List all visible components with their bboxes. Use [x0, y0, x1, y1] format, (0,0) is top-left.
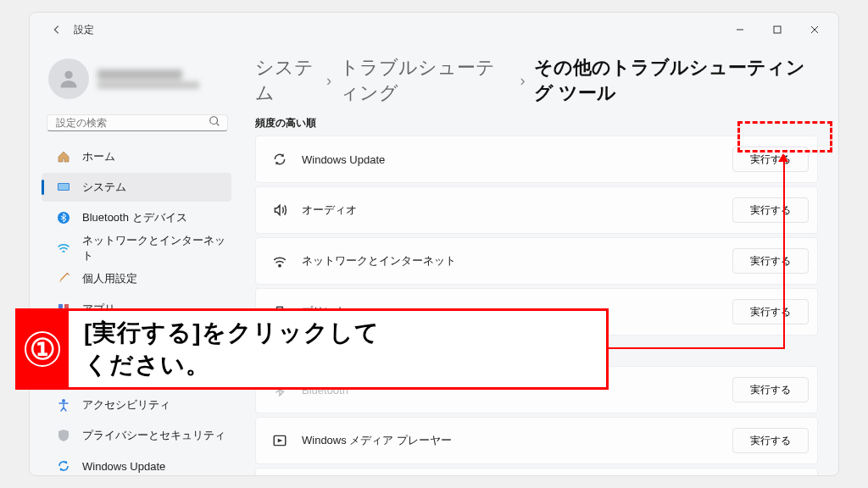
user-profile[interactable]	[38, 53, 240, 111]
sidebar-item-label: Windows Update	[82, 460, 165, 473]
annotation-text: [実行する]をクリックして ください。	[84, 317, 380, 381]
svg-point-10	[62, 399, 65, 402]
run-button[interactable]: 実行する	[732, 299, 809, 324]
minimize-button[interactable]	[721, 16, 759, 43]
troubleshooter-list: Windows Update 実行する オーディオ 実行する ネットワークとイン…	[255, 136, 818, 475]
media-icon	[270, 433, 290, 448]
run-button[interactable]: 実行する	[732, 147, 809, 172]
sidebar-item-label: システム	[82, 180, 126, 195]
sidebar-item-privacy[interactable]: プライバシーとセキュリティ	[42, 421, 231, 450]
wifi-icon	[57, 241, 70, 255]
search-icon	[209, 115, 220, 130]
troubleshooter-label: Windows メディア プレーヤー	[302, 433, 452, 448]
troubleshooter-camera: カメラ 実行する	[255, 468, 818, 475]
sidebar-item-label: ホーム	[82, 149, 115, 164]
sync-icon	[270, 152, 290, 167]
main-content: システム › トラブルシューティング › その他のトラブルシューティング ツール…	[240, 47, 838, 475]
speaker-icon	[270, 202, 290, 218]
sidebar-item-label: ネットワークとインターネット	[82, 233, 231, 263]
annotation-step: ① [実行する]をクリックして ください。	[15, 308, 609, 390]
bluetooth-icon	[57, 211, 70, 225]
avatar	[48, 58, 89, 99]
svg-point-1	[64, 71, 72, 79]
annotation-step-number: ①	[16, 309, 69, 389]
sidebar-item-label: 個人用設定	[82, 271, 137, 286]
breadcrumb: システム › トラブルシューティング › その他のトラブルシューティング ツール	[255, 55, 818, 106]
troubleshooter-wmp: Windows メディア プレーヤー 実行する	[255, 417, 818, 464]
close-button[interactable]	[796, 16, 833, 43]
run-button[interactable]: 実行する	[732, 428, 809, 453]
troubleshooter-label: ネットワークとインターネット	[302, 253, 456, 269]
annotation-arrow-head	[778, 153, 788, 162]
section-heading: 頻度の高い順	[255, 116, 818, 130]
shield-icon	[57, 429, 70, 442]
user-name	[97, 69, 182, 80]
run-button[interactable]: 実行する	[732, 248, 809, 274]
sidebar-item-windows-update[interactable]: Windows Update	[42, 452, 231, 476]
body: ホーム システム Bluetooth とデバイス ネットワークとインターネット …	[30, 47, 838, 475]
chevron-right-icon: ›	[326, 72, 331, 90]
maximize-button[interactable]	[759, 16, 796, 43]
user-email	[97, 81, 199, 89]
sidebar: ホーム システム Bluetooth とデバイス ネットワークとインターネット …	[30, 47, 240, 475]
breadcrumb-item[interactable]: システム	[255, 55, 318, 106]
brush-icon	[57, 272, 70, 286]
troubleshooter-label: Windows Update	[302, 153, 385, 166]
sidebar-item-bluetooth[interactable]: Bluetooth とデバイス	[42, 203, 231, 232]
troubleshooter-label: オーディオ	[302, 202, 357, 218]
troubleshooter-windows-update: Windows Update 実行する	[255, 136, 818, 183]
settings-window: 設定	[29, 12, 839, 476]
sidebar-item-label: アクセシビリティ	[82, 397, 170, 413]
svg-point-11	[279, 265, 281, 267]
annotation-arrow	[607, 347, 785, 349]
sidebar-item-home[interactable]: ホーム	[42, 142, 231, 171]
sidebar-item-system[interactable]: システム	[42, 173, 231, 202]
search-box[interactable]	[47, 114, 228, 131]
chevron-right-icon: ›	[520, 72, 526, 90]
svg-rect-4	[58, 184, 69, 190]
accessibility-icon	[57, 398, 70, 412]
run-button[interactable]: 実行する	[732, 197, 809, 223]
svg-rect-0	[774, 26, 781, 33]
window-title: 設定	[74, 23, 94, 37]
sidebar-item-label: Bluetooth とデバイス	[82, 210, 187, 225]
sidebar-item-network[interactable]: ネットワークとインターネット	[42, 234, 231, 263]
sidebar-item-label: プライバシーとセキュリティ	[82, 428, 225, 443]
search-input[interactable]	[56, 117, 209, 129]
sidebar-item-accessibility[interactable]: アクセシビリティ	[42, 391, 231, 419]
window-controls	[721, 16, 833, 43]
user-info	[97, 69, 199, 89]
home-icon	[57, 150, 70, 164]
annotation-arrow	[783, 155, 785, 349]
svg-point-2	[210, 117, 218, 125]
breadcrumb-current: その他のトラブルシューティング ツール	[534, 55, 818, 106]
update-icon	[57, 459, 70, 473]
system-icon	[57, 180, 70, 194]
run-button[interactable]: 実行する	[732, 377, 809, 402]
titlebar: 設定	[30, 13, 838, 47]
troubleshooter-network: ネットワークとインターネット 実行する	[255, 237, 818, 285]
back-button[interactable]	[42, 14, 72, 45]
breadcrumb-item[interactable]: トラブルシューティング	[340, 55, 512, 106]
sidebar-item-personalize[interactable]: 個人用設定	[42, 264, 231, 293]
troubleshooter-audio: オーディオ 実行する	[255, 186, 818, 234]
network-icon	[270, 253, 290, 269]
